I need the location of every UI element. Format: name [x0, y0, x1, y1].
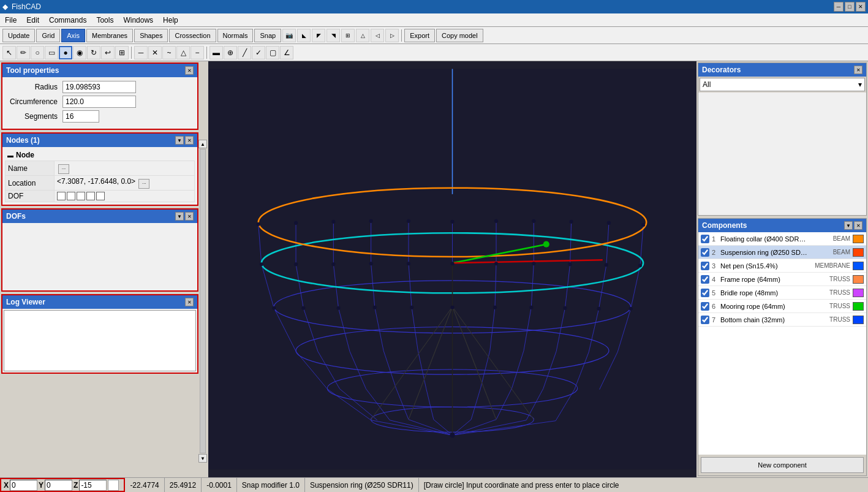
component-row-2[interactable]: 2 Suspension ring (Ø250 SDR11) BEAM: [698, 246, 866, 259]
decorators-dropdown[interactable]: All ▾: [700, 78, 865, 91]
component-cb-7[interactable]: [701, 316, 709, 324]
toolbar-icon7[interactable]: ▷: [385, 29, 399, 42]
dof-cb-3[interactable]: [77, 192, 85, 200]
toolbar-export[interactable]: Export: [404, 29, 435, 42]
toolbar-icon6[interactable]: ◁: [371, 29, 384, 42]
slash-icon[interactable]: ╱: [238, 46, 251, 59]
nodes-panel: Nodes (1) ▼ ✕ ▬ Node Name: [1, 132, 198, 206]
scroll-down-btn[interactable]: ▼: [198, 454, 207, 463]
dofs-close-btn[interactable]: ✕: [185, 212, 194, 221]
menu-help[interactable]: Help: [158, 15, 183, 26]
angle-icon[interactable]: ∠: [280, 46, 293, 59]
nodes-close-btn[interactable]: ✕: [185, 136, 194, 145]
check-line-icon[interactable]: ✓: [252, 46, 265, 59]
toolbar-view1[interactable]: ◣: [297, 29, 311, 42]
minimize-button[interactable]: ─: [834, 2, 843, 12]
coord-box-toggle[interactable]: [108, 480, 119, 491]
toolbar-update[interactable]: Update: [2, 29, 35, 42]
menu-commands[interactable]: Commands: [44, 15, 91, 26]
cross-icon[interactable]: ✕: [148, 46, 162, 59]
menu-file[interactable]: File: [0, 15, 21, 26]
select-circle-icon[interactable]: ○: [31, 46, 44, 59]
menu-edit[interactable]: Edit: [21, 15, 44, 26]
toolbar-icon5[interactable]: △: [356, 29, 369, 42]
minus-icon[interactable]: −: [191, 46, 204, 59]
tri-icon[interactable]: △: [176, 46, 190, 59]
dofs-panel-header: DOFs ▼ ✕: [2, 210, 197, 223]
component-row-1[interactable]: 1 Floating collar (Ø400 SDR16.7) BEAM: [698, 232, 866, 246]
toolbar-membranes[interactable]: Membranes: [86, 29, 133, 42]
nodes-dropdown-btn[interactable]: ▼: [175, 136, 184, 145]
circumference-input[interactable]: [62, 96, 136, 108]
grid-icon[interactable]: ⊞: [115, 46, 129, 59]
box-icon[interactable]: ▢: [266, 46, 279, 59]
components-close-btn[interactable]: ✕: [854, 221, 862, 230]
pencil-tool-icon[interactable]: ✏: [17, 46, 30, 59]
toolbar-snap[interactable]: Snap: [254, 29, 281, 42]
component-cb-3[interactable]: [701, 262, 709, 270]
z-input[interactable]: [79, 480, 107, 491]
status-y-coord: 25.4912: [170, 481, 196, 490]
scroll-up-btn[interactable]: ▲: [198, 140, 207, 148]
toolbar-crossection[interactable]: Crossection: [169, 29, 216, 42]
canvas-area[interactable]: [208, 61, 696, 477]
toolbar-camera-icon[interactable]: 📷: [282, 29, 296, 42]
toolbar-copy-model[interactable]: Copy model: [436, 29, 483, 42]
close-button[interactable]: ✕: [856, 2, 866, 12]
component-row-4[interactable]: 4 Frame rope (64mm) TRUSS: [698, 273, 866, 286]
node-tree-header[interactable]: ▬ Node: [5, 149, 195, 161]
dof-cb-4[interactable]: [86, 192, 95, 200]
component-cb-4[interactable]: [701, 275, 709, 284]
toolbar-axis[interactable]: Axis: [61, 29, 85, 42]
toolbar-icon4[interactable]: ⊞: [341, 29, 355, 42]
scroll-track[interactable]: [200, 149, 206, 453]
y-input[interactable]: [45, 480, 72, 491]
rotate-icon[interactable]: ↻: [87, 46, 100, 59]
radius-input[interactable]: [62, 81, 136, 93]
decorators-close-btn[interactable]: ✕: [854, 66, 862, 74]
dof-cb-5[interactable]: [96, 192, 105, 200]
component-row-5[interactable]: 5 Bridle rope (48mm) TRUSS: [698, 286, 866, 300]
component-cb-5[interactable]: [701, 289, 709, 297]
component-color-4: [853, 275, 864, 284]
undo-icon[interactable]: ↩: [101, 46, 115, 59]
dof-cb-2[interactable]: [67, 192, 75, 200]
dofs-dropdown-btn[interactable]: ▼: [175, 212, 184, 221]
node-location-more-btn[interactable]: ...: [138, 179, 149, 189]
toolbar-shapes[interactable]: Shapes: [134, 29, 168, 42]
sphere-icon[interactable]: ◉: [73, 46, 86, 59]
toolbar-grid[interactable]: Grid: [36, 29, 60, 42]
component-row-7[interactable]: 7 Bottom chain (32mm) TRUSS: [698, 313, 866, 327]
rect-icon[interactable]: ▬: [209, 46, 223, 59]
node-location-value: <7.3087, -17.6448, 0.0> ...: [55, 176, 195, 191]
dof-cb-1[interactable]: [57, 192, 66, 200]
line-icon[interactable]: ─: [134, 46, 148, 59]
x-input[interactable]: [10, 480, 37, 491]
component-cb-6[interactable]: [701, 302, 709, 311]
toolbar-normals[interactable]: Normals: [217, 29, 254, 42]
component-row-6[interactable]: 6 Mooring rope (64mm) TRUSS: [698, 300, 866, 313]
component-row-3[interactable]: 3 Net pen (Sn15.4%) MEMBRANE: [698, 259, 866, 273]
svg-point-109: [529, 306, 533, 309]
left-panel-scrollbar: ▲ ▼: [198, 140, 207, 463]
components-dropdown-btn[interactable]: ▼: [844, 221, 853, 230]
component-cb-1[interactable]: [701, 235, 709, 243]
maximize-button[interactable]: □: [845, 2, 855, 12]
draw-circle-icon[interactable]: ●: [59, 46, 72, 59]
tool-props-close-btn[interactable]: ✕: [185, 66, 194, 75]
segments-row: Segments: [7, 110, 192, 123]
dot-plus-icon[interactable]: ⊕: [224, 46, 237, 59]
node-name-more-btn[interactable]: ...: [58, 164, 69, 174]
select-rect-icon[interactable]: ▭: [45, 46, 58, 59]
wave-icon[interactable]: ~: [162, 46, 176, 59]
menu-windows[interactable]: Windows: [118, 15, 158, 26]
log-close-btn[interactable]: ✕: [185, 298, 194, 306]
toolbar-view3[interactable]: ◥: [326, 29, 340, 42]
select-tool-icon[interactable]: ↖: [2, 46, 16, 59]
menu-tools[interactable]: Tools: [91, 15, 118, 26]
new-component-button[interactable]: New component: [701, 457, 864, 473]
segments-input[interactable]: [62, 110, 99, 123]
toolbar-view2[interactable]: ◤: [312, 29, 325, 42]
component-cb-2[interactable]: [701, 248, 709, 257]
nodes-header-controls: ▼ ✕: [175, 136, 194, 145]
